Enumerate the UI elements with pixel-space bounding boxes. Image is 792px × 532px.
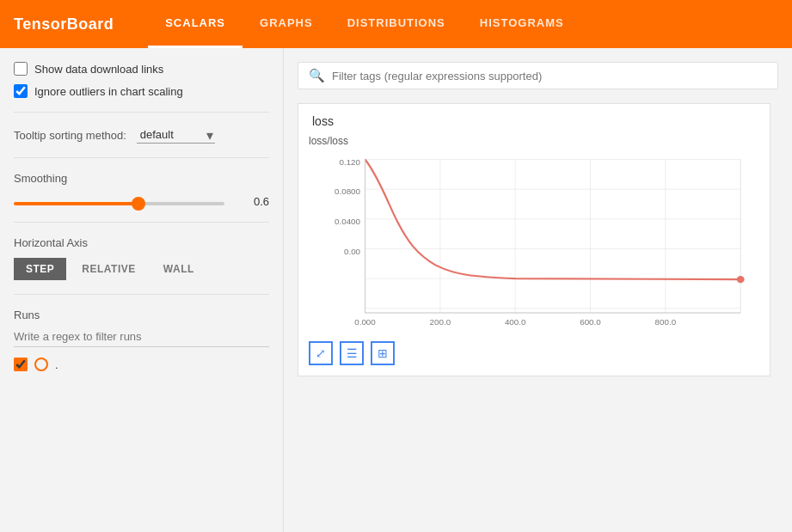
runs-list: . <box>14 358 269 371</box>
svg-text:200.0: 200.0 <box>430 317 451 327</box>
ignore-outliers-checkbox[interactable] <box>14 84 28 98</box>
divider-3 <box>14 222 269 223</box>
run-dot-label: . <box>55 358 58 371</box>
app-logo: TensorBoard <box>14 15 114 34</box>
nav-graphs[interactable]: GRAPHS <box>243 0 330 48</box>
svg-text:800.0: 800.0 <box>655 317 677 327</box>
axis-buttons: STEP RELATIVE WALL <box>14 258 269 280</box>
layout: Show data download links Ignore outliers… <box>0 48 792 532</box>
expand-chart-button[interactable]: ⤢ <box>309 341 333 365</box>
smoothing-row: 0.6 <box>14 195 269 208</box>
show-download-label: Show data download links <box>34 63 163 76</box>
chart-controls: ⤢ ☰ ⊞ <box>309 338 759 365</box>
run-checkbox[interactable] <box>14 358 28 371</box>
fit-view-button[interactable]: ⊞ <box>371 341 395 365</box>
search-bar: 🔍 <box>298 62 778 89</box>
tooltip-sorting-label: Tooltip sorting method: <box>14 129 126 142</box>
tooltip-select[interactable]: default ascending descending nearest <box>137 126 215 144</box>
horizontal-axis-title: Horizontal Axis <box>14 236 269 249</box>
chart-card: loss loss/loss <box>298 103 771 376</box>
show-download-checkbox[interactable] <box>14 62 28 76</box>
nav-distributions[interactable]: DISTRIBUTIONS <box>330 0 463 48</box>
horizontal-axis-section: Horizontal Axis STEP RELATIVE WALL <box>14 236 269 280</box>
svg-rect-0 <box>365 160 741 314</box>
axis-relative-button[interactable]: RELATIVE <box>70 258 147 280</box>
tooltip-row: Tooltip sorting method: default ascendin… <box>14 126 269 144</box>
svg-text:0.0800: 0.0800 <box>335 187 360 197</box>
smoothing-title: Smoothing <box>14 172 269 185</box>
nav-histograms[interactable]: HISTOGRAMS <box>463 0 581 48</box>
chart-svg: 0.120 0.0800 0.0400 0.00 0.000 200.0 400… <box>309 150 759 331</box>
divider-1 <box>14 112 269 113</box>
smoothing-slider-wrapper <box>14 195 224 208</box>
nav-scalars[interactable]: SCALARS <box>148 0 243 48</box>
list-view-button[interactable]: ☰ <box>340 341 364 365</box>
axis-step-button[interactable]: STEP <box>14 258 66 280</box>
axis-wall-button[interactable]: WALL <box>151 258 206 280</box>
smoothing-slider[interactable] <box>14 202 224 205</box>
expand-icon: ⤢ <box>316 346 326 360</box>
runs-section: Runs . <box>14 309 269 371</box>
divider-2 <box>14 157 269 158</box>
search-icon: 🔍 <box>309 68 325 83</box>
svg-point-20 <box>737 276 745 283</box>
main-content: 🔍 loss loss/loss <box>284 48 792 532</box>
sidebar: Show data download links Ignore outliers… <box>0 48 284 532</box>
fit-icon: ⊞ <box>378 346 388 360</box>
chart-area: 0.120 0.0800 0.0400 0.00 0.000 200.0 400… <box>309 150 759 331</box>
svg-text:0.00: 0.00 <box>344 247 360 256</box>
ignore-outliers-label: Ignore outliers in chart scaling <box>34 85 183 98</box>
header: TensorBoard SCALARS GRAPHS DISTRIBUTIONS… <box>0 0 792 48</box>
svg-text:0.000: 0.000 <box>354 317 376 327</box>
chart-section-title: loss <box>309 114 759 128</box>
svg-text:0.120: 0.120 <box>339 157 360 167</box>
ignore-outliers-row: Ignore outliers in chart scaling <box>14 84 269 98</box>
run-circle-icon <box>34 358 48 371</box>
tooltip-select-wrapper: default ascending descending nearest ▾ <box>137 126 215 144</box>
smoothing-value: 0.6 <box>235 195 269 208</box>
main-nav: SCALARS GRAPHS DISTRIBUTIONS HISTOGRAMS <box>148 0 580 48</box>
search-input[interactable] <box>332 70 767 83</box>
list-icon: ☰ <box>347 346 358 360</box>
svg-text:400.0: 400.0 <box>505 317 526 327</box>
runs-filter-input[interactable] <box>14 327 269 347</box>
runs-title: Runs <box>14 309 269 321</box>
smoothing-section: Smoothing 0.6 <box>14 172 269 208</box>
svg-text:600.0: 600.0 <box>580 317 601 327</box>
svg-text:0.0400: 0.0400 <box>335 217 360 226</box>
chart-title: loss/loss <box>309 135 759 147</box>
divider-4 <box>14 294 269 295</box>
show-download-row: Show data download links <box>14 62 269 76</box>
